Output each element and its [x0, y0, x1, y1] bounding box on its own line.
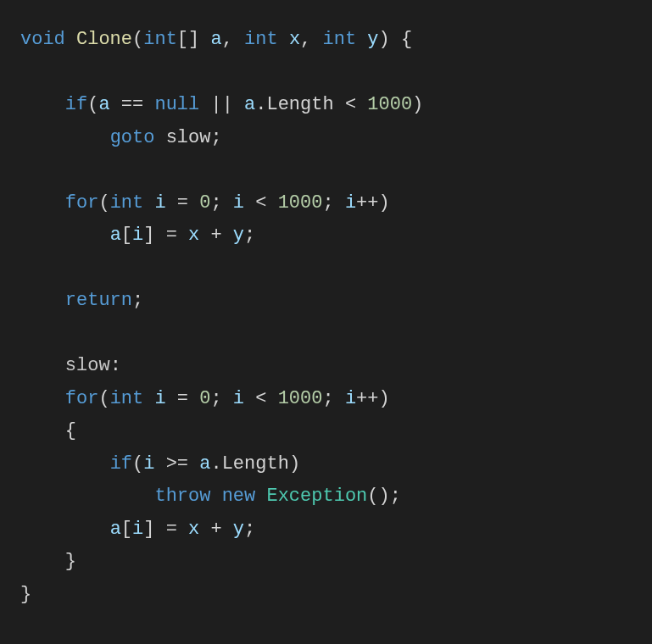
code-line: if(a == null || a.Length < 1000) — [20, 94, 423, 115]
type-int: int — [322, 29, 356, 50]
code-line: throw new Exception(); — [20, 486, 401, 507]
keyword-for: for — [65, 192, 99, 214]
type-int: int — [143, 29, 177, 50]
label-ref: slow — [166, 127, 211, 148]
function-name: Clone — [76, 29, 132, 50]
param-y: y — [367, 29, 378, 50]
class-exception: Exception — [266, 486, 367, 507]
keyword-void: void — [20, 29, 65, 50]
brace-close: } — [65, 551, 76, 572]
code-line: for(int i = 0; i < 1000; i++) — [20, 192, 390, 214]
brace-close: } — [20, 584, 31, 605]
keyword-if: if — [65, 94, 87, 115]
code-line: if(i >= a.Length) — [20, 453, 300, 475]
code-line: for(int i = 0; i < 1000; i++) — [20, 388, 390, 409]
keyword-return: return — [65, 290, 132, 311]
paren-open: ( — [132, 29, 143, 50]
code-line: } — [20, 551, 76, 572]
keyword-goto: goto — [110, 127, 155, 148]
brace-open: { — [65, 420, 76, 441]
type-int: int — [244, 29, 278, 50]
code-block: void Clone(int[] a, int x, int y) { if(a… — [20, 24, 632, 611]
code-line: return; — [20, 290, 143, 311]
param-x: x — [289, 29, 300, 50]
keyword-null: null — [154, 94, 199, 115]
label-slow: slow — [65, 355, 110, 376]
param-a: a — [210, 29, 221, 50]
number-literal: 1000 — [367, 94, 412, 115]
brace-open: { — [401, 29, 412, 50]
keyword-throw: throw — [154, 486, 210, 507]
code-line: a[i] = x + y; — [20, 519, 255, 540]
code-line: void Clone(int[] a, int x, int y) { — [20, 29, 412, 50]
code-line: slow: — [20, 355, 121, 376]
brackets: [] — [177, 29, 199, 50]
keyword-if: if — [110, 453, 132, 475]
code-line: } — [20, 584, 31, 605]
keyword-for: for — [65, 388, 99, 409]
code-line: goto slow; — [20, 127, 222, 148]
code-line: a[i] = x + y; — [20, 225, 255, 246]
paren-close: ) — [379, 29, 390, 50]
keyword-new: new — [222, 486, 256, 507]
code-line: { — [20, 420, 76, 441]
